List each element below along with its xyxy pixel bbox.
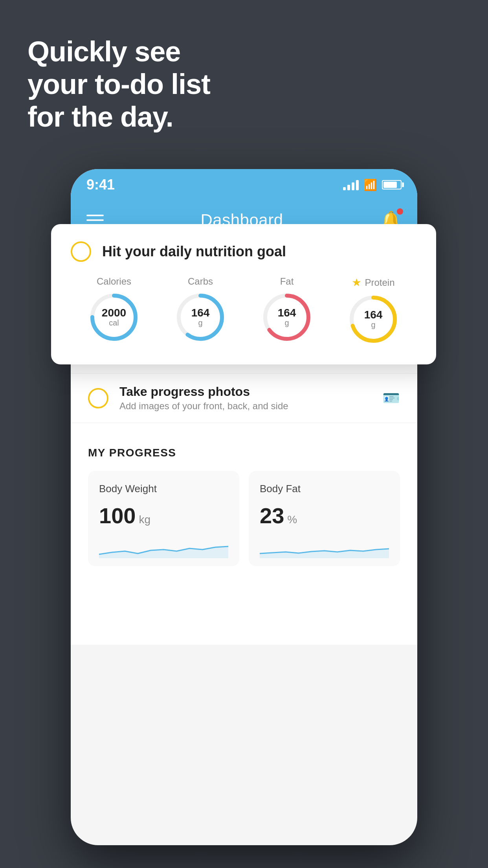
status-icons: 📶 xyxy=(343,178,402,191)
battery-icon xyxy=(382,180,402,189)
progress-title: MY PROGRESS xyxy=(88,447,400,459)
macro-row: Calories 2000 cal Carbs xyxy=(71,276,416,345)
wifi-icon: 📶 xyxy=(363,178,377,191)
body-weight-title: Body Weight xyxy=(99,483,228,495)
macro-calories: Calories 2000 cal xyxy=(88,276,139,343)
notification-dot xyxy=(397,208,403,215)
macro-protein-label: Protein xyxy=(365,277,394,288)
protein-star-icon: ★ xyxy=(352,276,361,289)
hero-text: Quickly see your to-do list for the day. xyxy=(28,35,210,133)
macro-fat-circle: 164 g xyxy=(261,292,312,343)
body-weight-value: 100 xyxy=(99,503,136,528)
body-fat-unit: % xyxy=(287,513,297,526)
body-weight-unit: kg xyxy=(139,513,150,526)
macro-protein-circle: 164 g xyxy=(348,294,399,345)
photo-icon: 🪪 xyxy=(382,390,400,406)
nutrition-header: Hit your daily nutrition goal xyxy=(71,241,416,262)
macro-carbs-label: Carbs xyxy=(188,276,213,287)
macro-carbs: Carbs 164 g xyxy=(175,276,226,343)
body-fat-title: Body Fat xyxy=(260,483,389,495)
todo-item-photos[interactable]: Take progress photos Add images of your … xyxy=(71,373,417,423)
nutrition-title: Hit your daily nutrition goal xyxy=(102,243,286,260)
macro-fat: Fat 164 g xyxy=(261,276,312,343)
body-fat-chart xyxy=(260,535,389,558)
phone-bottom xyxy=(71,566,417,645)
todo-checkbox-photos[interactable] xyxy=(88,388,108,408)
status-time: 9:41 xyxy=(86,177,115,193)
status-bar: 9:41 📶 xyxy=(71,169,417,200)
macro-protein: ★ Protein 164 g xyxy=(348,276,399,345)
body-weight-chart xyxy=(99,535,228,558)
todo-sub-photos: Add images of your front, back, and side xyxy=(119,401,371,412)
macro-fat-label: Fat xyxy=(280,276,294,287)
body-fat-card: Body Fat 23 % xyxy=(249,471,400,566)
macro-carbs-circle: 164 g xyxy=(175,292,226,343)
body-weight-card: Body Weight 100 kg xyxy=(88,471,239,566)
hero-line1: Quickly see xyxy=(28,35,210,68)
signal-icon xyxy=(343,179,359,190)
hero-line2: your to-do list xyxy=(28,68,210,101)
macro-calories-label: Calories xyxy=(97,276,131,287)
macro-calories-circle: 2000 cal xyxy=(88,292,139,343)
nutrition-checkbox[interactable] xyxy=(71,241,91,262)
progress-section: MY PROGRESS Body Weight 100 kg xyxy=(71,431,417,566)
nutrition-card: Hit your daily nutrition goal Calories 2… xyxy=(51,224,436,364)
progress-cards: Body Weight 100 kg Body Fat xyxy=(88,471,400,566)
body-fat-value: 23 xyxy=(260,503,284,528)
hero-line3: for the day. xyxy=(28,101,210,133)
todo-name-photos: Take progress photos xyxy=(119,384,371,399)
